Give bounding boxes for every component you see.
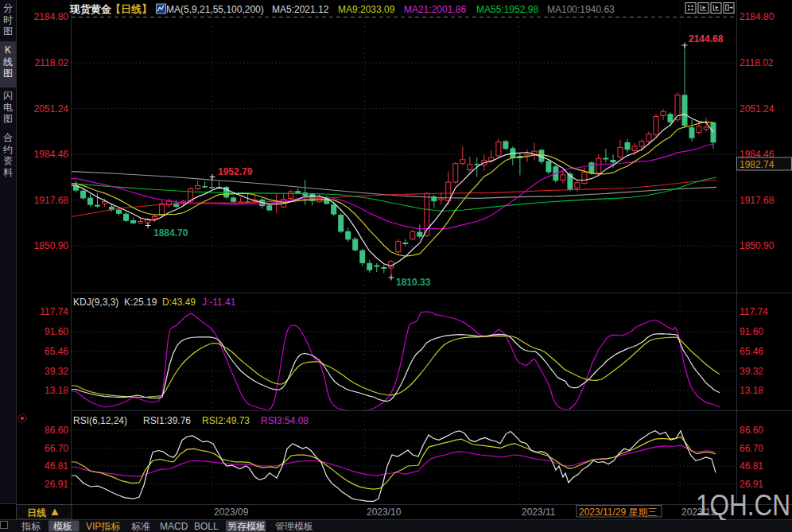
svg-text:65.46: 65.46 xyxy=(45,346,68,357)
svg-text:2023/10: 2023/10 xyxy=(367,507,402,518)
svg-text:26.91: 26.91 xyxy=(45,479,68,490)
svg-text:1917.68: 1917.68 xyxy=(34,195,69,206)
svg-text:1QH.CN: 1QH.CN xyxy=(696,489,790,522)
svg-text:1850.90: 1850.90 xyxy=(740,240,775,251)
svg-text:管理模板: 管理模板 xyxy=(275,521,313,532)
svg-text:1984.46: 1984.46 xyxy=(34,149,69,160)
svg-text:标准: 标准 xyxy=(131,521,150,532)
svg-text:2184.80: 2184.80 xyxy=(34,11,69,22)
svg-text:1810.33: 1810.33 xyxy=(396,277,431,288)
svg-text:分: 分 xyxy=(3,2,13,14)
svg-text:图: 图 xyxy=(3,25,13,37)
svg-text:模板: 模板 xyxy=(53,521,72,532)
svg-text:图: 图 xyxy=(3,113,13,124)
svg-text:2118.02: 2118.02 xyxy=(740,57,774,68)
svg-text:D:43.49: D:43.49 xyxy=(162,297,196,308)
svg-text:1884.70: 1884.70 xyxy=(153,227,188,239)
svg-text:图: 图 xyxy=(3,68,13,79)
svg-text:39.32: 39.32 xyxy=(740,366,763,377)
svg-text:86.60: 86.60 xyxy=(740,425,763,436)
svg-text:合: 合 xyxy=(3,132,13,143)
svg-text:1917.68: 1917.68 xyxy=(740,195,775,206)
svg-text:时: 时 xyxy=(3,14,13,25)
svg-text:电: 电 xyxy=(3,102,13,113)
svg-text:现货黄金: 现货黄金 xyxy=(69,3,112,15)
svg-text:闪: 闪 xyxy=(3,90,13,101)
svg-text:86.60: 86.60 xyxy=(45,425,68,436)
svg-text:MA9:2033.09: MA9:2033.09 xyxy=(338,4,395,15)
svg-text:VIP指标: VIP指标 xyxy=(86,521,121,532)
svg-text:46.81: 46.81 xyxy=(45,460,68,472)
svg-text:66.70: 66.70 xyxy=(45,443,68,454)
svg-text:BOLL: BOLL xyxy=(194,521,219,532)
svg-text:91.60: 91.60 xyxy=(45,326,68,337)
svg-text:1952.79: 1952.79 xyxy=(218,166,253,177)
svg-text:KDJ(9,3,3): KDJ(9,3,3) xyxy=(73,297,118,308)
svg-text:MA21:2001.86: MA21:2001.86 xyxy=(404,4,466,15)
svg-text:117.74: 117.74 xyxy=(740,306,768,317)
svg-text:K:25.19: K:25.19 xyxy=(124,297,157,308)
svg-text:MACD: MACD xyxy=(160,521,188,532)
svg-text:MA(5,9,21,55,100,200): MA(5,9,21,55,100,200) xyxy=(166,4,264,15)
svg-text:日线: 日线 xyxy=(27,507,46,518)
svg-text:1982.74: 1982.74 xyxy=(740,159,775,170)
svg-text:39.32: 39.32 xyxy=(45,366,68,377)
svg-text:约: 约 xyxy=(3,144,13,155)
svg-text:66.70: 66.70 xyxy=(740,443,763,454)
svg-text:1850.90: 1850.90 xyxy=(34,240,69,251)
svg-text:J:-11.41: J:-11.41 xyxy=(202,297,236,308)
svg-text:MA5:2021.12: MA5:2021.12 xyxy=(272,4,329,15)
svg-text:RSI2:49.73: RSI2:49.73 xyxy=(202,415,250,426)
svg-text:91.60: 91.60 xyxy=(740,326,763,337)
svg-text:RSI3:54.08: RSI3:54.08 xyxy=(261,415,309,426)
svg-text:指标: 指标 xyxy=(21,521,41,532)
svg-text:2184.80: 2184.80 xyxy=(740,11,775,22)
svg-text:2051.24: 2051.24 xyxy=(34,103,69,115)
svg-text:K: K xyxy=(5,45,11,56)
svg-text:13.18: 13.18 xyxy=(740,385,763,396)
svg-text:线: 线 xyxy=(3,56,13,68)
svg-text:RSI(6,12,24): RSI(6,12,24) xyxy=(73,415,127,426)
svg-text:117.74: 117.74 xyxy=(40,306,68,317)
svg-text:2023/11: 2023/11 xyxy=(522,507,556,518)
svg-text:2051.24: 2051.24 xyxy=(740,103,775,115)
svg-text:2023/09: 2023/09 xyxy=(214,507,249,518)
svg-text:26.91: 26.91 xyxy=(740,479,763,490)
svg-text:MA100:1940.63: MA100:1940.63 xyxy=(547,4,615,15)
svg-text:RSI1:39.76: RSI1:39.76 xyxy=(143,415,191,426)
svg-text:65.46: 65.46 xyxy=(740,346,763,357)
svg-text:另存模板: 另存模板 xyxy=(227,521,266,532)
svg-text:料: 料 xyxy=(3,167,13,178)
svg-text:MA55:1952.98: MA55:1952.98 xyxy=(476,4,538,15)
svg-text:资: 资 xyxy=(3,155,13,166)
svg-text:2023/11/29 星期三: 2023/11/29 星期三 xyxy=(579,507,658,518)
svg-text:46.81: 46.81 xyxy=(740,460,763,472)
svg-text:【日线】: 【日线】 xyxy=(111,3,152,15)
svg-text:2118.02: 2118.02 xyxy=(35,57,69,68)
svg-text:13.18: 13.18 xyxy=(45,385,68,396)
svg-text:2144.68: 2144.68 xyxy=(689,33,724,45)
